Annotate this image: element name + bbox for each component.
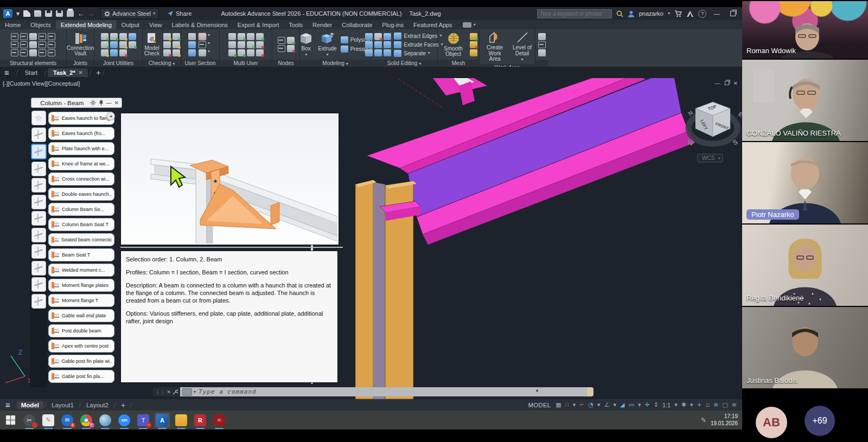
settings-gear-icon[interactable]: ✱ bbox=[681, 401, 686, 408]
command-resize-handle[interactable] bbox=[587, 387, 593, 396]
user-icon[interactable] bbox=[628, 10, 635, 17]
tab-featured-apps[interactable]: Featured Apps bbox=[409, 20, 457, 29]
category-icon[interactable] bbox=[31, 294, 46, 309]
open-file-icon[interactable] bbox=[34, 10, 41, 17]
tab-home[interactable]: Home bbox=[0, 20, 25, 29]
ribbon-icon[interactable] bbox=[470, 49, 477, 56]
ribbon-icon[interactable] bbox=[173, 33, 180, 40]
ribbon-icon[interactable] bbox=[101, 49, 108, 56]
tab-start[interactable]: Start bbox=[20, 68, 43, 77]
ribbon-display-caret-icon[interactable]: ▾ bbox=[474, 23, 476, 27]
isodraft-icon[interactable]: ∠ bbox=[604, 401, 610, 408]
ribbon-display-icon[interactable] bbox=[463, 22, 471, 28]
box-button[interactable]: Box ▾ bbox=[298, 31, 314, 58]
selection-cycling-icon[interactable]: ✛ bbox=[644, 401, 649, 408]
tab-close-icon[interactable]: ✕ bbox=[79, 70, 83, 75]
window-minimize-button[interactable]: — bbox=[711, 9, 723, 18]
save-icon[interactable] bbox=[45, 10, 52, 17]
panel-caret-icon[interactable]: ▾ bbox=[208, 41, 212, 48]
polar-tracking-icon[interactable]: ◔ bbox=[589, 401, 594, 408]
workspace-switcher[interactable]: Advance Steel ▾ bbox=[100, 8, 159, 19]
command-input[interactable]: ▾ Type a command ▲ bbox=[180, 387, 587, 396]
ribbon-icon[interactable] bbox=[278, 37, 285, 44]
ribbon-icon[interactable] bbox=[199, 41, 206, 48]
zoom-app-icon[interactable]: zm bbox=[118, 414, 130, 426]
search-icon[interactable] bbox=[616, 10, 623, 17]
teams-app-icon[interactable]: T− bbox=[137, 414, 149, 426]
connection-item[interactable]: Cross connection wi... bbox=[48, 172, 114, 185]
panel-caret-icon[interactable]: ▾ bbox=[208, 33, 212, 40]
acrobat-icon[interactable]: ∞ bbox=[213, 414, 225, 426]
ribbon-icon[interactable] bbox=[129, 41, 136, 48]
ribbon-icon[interactable] bbox=[374, 41, 382, 48]
window-restore-button[interactable] bbox=[727, 9, 739, 18]
compass-s[interactable]: S bbox=[732, 138, 739, 146]
ribbon-icon[interactable] bbox=[188, 41, 196, 48]
ribbon-icon[interactable] bbox=[199, 33, 206, 40]
ribbon-icon[interactable] bbox=[173, 41, 180, 48]
viewport-controls-label[interactable]: [-][Custom View][Conceptual] bbox=[3, 80, 80, 87]
annotation-scale-label[interactable]: 1:1 bbox=[662, 402, 671, 408]
model-space-indicator[interactable]: MODEL bbox=[528, 402, 551, 408]
ribbon-icon[interactable] bbox=[247, 41, 254, 48]
ribbon-icon[interactable] bbox=[256, 49, 264, 56]
ribbon-icon[interactable] bbox=[538, 41, 546, 48]
connection-item[interactable]: Gable post fin pla... bbox=[48, 370, 114, 383]
tab-plugins[interactable]: Plug-ins bbox=[377, 20, 409, 29]
palette-collapse-icon[interactable]: — bbox=[106, 100, 112, 106]
connection-item[interactable]: Double eaves haunch... bbox=[48, 188, 114, 201]
panel-caret-icon[interactable]: ▾ bbox=[419, 61, 421, 66]
ribbon-icon[interactable] bbox=[110, 33, 118, 40]
lineweight-caret-icon[interactable]: ▾ bbox=[638, 402, 641, 408]
ribbon-icon[interactable] bbox=[238, 41, 245, 48]
snap-caret-icon[interactable]: ▾ bbox=[573, 402, 576, 408]
palette-close-icon[interactable]: ✕ bbox=[114, 100, 119, 106]
ribbon-icon[interactable] bbox=[256, 33, 264, 40]
ribbon-icon[interactable] bbox=[39, 49, 46, 56]
connection-item[interactable]: Seated beam connection bbox=[48, 233, 114, 246]
new-layout-button[interactable]: + bbox=[117, 400, 130, 410]
ribbon-icon[interactable] bbox=[110, 49, 118, 56]
ribbon-icon[interactable] bbox=[365, 41, 373, 48]
tab-tools[interactable]: Tools bbox=[284, 20, 308, 29]
ribbon-icon[interactable] bbox=[119, 41, 127, 48]
ribbon-icon[interactable] bbox=[20, 49, 28, 56]
r-app-icon[interactable]: R bbox=[194, 414, 206, 426]
ribbon-icon[interactable] bbox=[20, 33, 28, 40]
participant-avatar[interactable]: AB bbox=[756, 407, 787, 438]
search-input[interactable] bbox=[537, 9, 612, 18]
command-history-icon[interactable]: ▲ bbox=[535, 388, 539, 393]
ribbon-icon[interactable] bbox=[228, 33, 236, 40]
ribbon-icon[interactable] bbox=[365, 49, 373, 56]
grid-toggle-icon[interactable]: ▦ bbox=[556, 401, 561, 408]
connection-item[interactable]: Eaves haunch (fro... bbox=[48, 127, 114, 140]
osnap-toggle-icon[interactable]: ◢ bbox=[620, 401, 624, 408]
ribbon-icon[interactable] bbox=[247, 33, 254, 40]
ribbon-icon[interactable] bbox=[247, 49, 254, 56]
extrude-faces-button[interactable]: Extrude Faces▾ bbox=[394, 41, 443, 48]
ribbon-icon[interactable] bbox=[278, 45, 285, 52]
compass-e[interactable]: E bbox=[737, 111, 742, 118]
ribbon-icon[interactable] bbox=[119, 33, 127, 40]
connection-item[interactable]: Gable wall end plate bbox=[48, 309, 114, 322]
panel-caret-icon[interactable]: ▾ bbox=[208, 49, 212, 56]
connection-item[interactable]: Knee of frame at we... bbox=[48, 157, 114, 170]
isolate-objects-icon[interactable]: ≋ bbox=[713, 401, 718, 408]
annotation-monitor-icon[interactable]: ▫ bbox=[706, 401, 710, 408]
chrome-icon[interactable]: P bbox=[80, 414, 92, 426]
ribbon-icon[interactable] bbox=[228, 49, 236, 56]
ribbon-icon[interactable] bbox=[238, 33, 245, 40]
category-icon[interactable] bbox=[31, 244, 46, 259]
ribbon-icon[interactable] bbox=[163, 49, 171, 56]
tab-render[interactable]: Render bbox=[308, 20, 337, 29]
ribbon-icon[interactable] bbox=[119, 49, 127, 56]
category-icon[interactable] bbox=[31, 228, 46, 242]
ribbon-icon[interactable] bbox=[11, 49, 18, 56]
ribbon-icon[interactable] bbox=[173, 49, 180, 56]
category-icon[interactable] bbox=[31, 211, 46, 226]
connection-item[interactable]: Apex with centre post bbox=[48, 339, 114, 353]
browser-globe-icon[interactable] bbox=[99, 414, 111, 426]
palette-scroll-icon[interactable]: ◄ bbox=[106, 112, 115, 120]
ribbon-icon[interactable] bbox=[101, 41, 108, 48]
viewcube[interactable]: N W S E TOP LEFT FRONT WCS ▾ bbox=[682, 93, 742, 165]
